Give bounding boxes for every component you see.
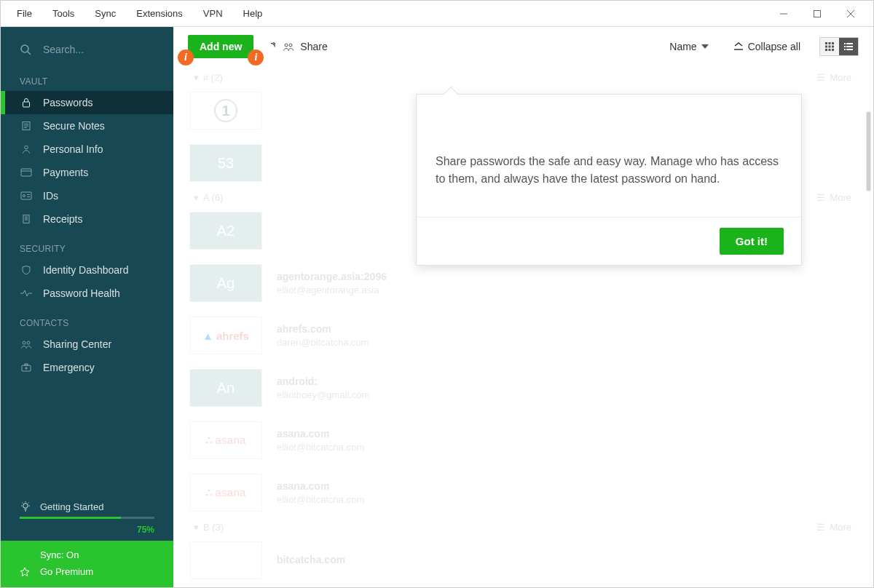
svg-point-11 (25, 146, 28, 149)
entry-meta: ahrefs.com daren@bitcatcha.com (277, 323, 369, 348)
entry-username: elliot@bitcatcha.com (277, 442, 364, 453)
minimize-button[interactable] (767, 1, 800, 27)
info-badge-share[interactable]: i (248, 49, 264, 65)
entry-title: android: (277, 376, 369, 387)
entry-meta: agentorange.asia:2096 elliot@agentorange… (277, 271, 387, 295)
entry-username: daren@bitcatcha.com (277, 337, 369, 348)
password-entry[interactable]: An android: elliotboey@gmail.com (189, 365, 873, 411)
svg-rect-53 (846, 46, 853, 47)
password-entry[interactable]: ∴asana asana.com elliot@bitcatcha.com (189, 469, 873, 516)
search-icon (20, 44, 31, 55)
menu-tools[interactable]: Tools (42, 1, 84, 26)
share-button[interactable]: Share (267, 41, 327, 52)
sidebar-item-ids[interactable]: IDs (1, 184, 173, 207)
sidebar-item-identity-dashboard[interactable]: Identity Dashboard (1, 258, 173, 282)
entry-meta: bitcatcha.com (277, 554, 345, 568)
entry-username: elliotboey@gmail.com (277, 389, 369, 400)
scrollbar[interactable] (862, 111, 873, 577)
sidebar-item-payments[interactable]: Payments (1, 161, 173, 184)
sidebar-item-label: Emergency (43, 362, 95, 373)
more-button[interactable]: ☰More (816, 192, 851, 203)
sync-label: Sync: On (40, 549, 79, 560)
menu-icon: ☰ (816, 192, 825, 203)
entry-meta: asana.com elliot@bitcatcha.com (277, 480, 364, 505)
chevron-down-icon: ▾ (194, 522, 199, 533)
sidebar-item-emergency[interactable]: Emergency (1, 356, 173, 379)
sort-dropdown[interactable]: Name (664, 36, 714, 57)
grid-view-button[interactable] (820, 38, 839, 55)
menu-file[interactable]: File (7, 1, 42, 26)
section-header-vault: VAULT (1, 63, 173, 91)
close-button[interactable] (834, 1, 867, 27)
svg-rect-55 (846, 49, 853, 50)
info-badge-addnew[interactable]: i (178, 49, 194, 65)
password-entry[interactable]: ▲ahrefs ahrefs.com daren@bitcatcha.com (189, 312, 873, 359)
svg-point-38 (289, 44, 292, 47)
sidebar-footer: Sync: On Go Premium (1, 541, 173, 587)
entry-meta: android: elliotboey@gmail.com (277, 376, 369, 400)
got-it-button[interactable]: Got it! (720, 228, 784, 255)
svg-point-4 (21, 45, 28, 52)
sidebar-item-passwords[interactable]: Passwords (1, 91, 173, 114)
svg-rect-51 (846, 43, 853, 44)
menu-vpn[interactable]: VPN (193, 1, 233, 26)
svg-point-28 (23, 504, 28, 509)
more-button[interactable]: ☰More (816, 72, 851, 83)
svg-line-5 (28, 52, 31, 55)
entry-thumb: An (189, 369, 262, 407)
svg-rect-50 (844, 43, 846, 44)
note-icon (20, 121, 33, 131)
svg-rect-25 (25, 364, 28, 365)
svg-rect-48 (829, 49, 831, 51)
chevron-down-icon: ▾ (194, 72, 199, 83)
sidebar: VAULT Passwords Secure Notes Personal In… (1, 27, 173, 587)
tooltip-message: Share passwords the safe and easy way. M… (417, 95, 801, 217)
svg-rect-6 (23, 102, 30, 107)
menu-help[interactable]: Help (233, 1, 273, 26)
sidebar-item-label: Passwords (43, 97, 92, 108)
firstaid-icon (20, 363, 33, 372)
sidebar-item-receipts[interactable]: Receipts (1, 207, 173, 231)
menu-extensions[interactable]: Extensions (126, 1, 193, 26)
sidebar-item-secure-notes[interactable]: Secure Notes (1, 114, 173, 138)
svg-marker-36 (20, 568, 29, 576)
share-label: Share (300, 41, 327, 52)
sidebar-item-sharing-center[interactable]: Sharing Center (1, 333, 173, 356)
entry-username: elliot@bitcatcha.com (277, 494, 364, 505)
sidebar-item-label: Identity Dashboard (43, 264, 129, 276)
section-header[interactable]: ▾B (3) ☰More (173, 516, 873, 537)
svg-rect-54 (844, 49, 846, 50)
svg-rect-49 (832, 49, 834, 51)
getting-started[interactable]: Getting Started 75% (1, 493, 173, 541)
password-entry[interactable]: ∴asana asana.com elliot@bitcatcha.com (189, 417, 873, 464)
entry-thumb: ∴asana (189, 421, 262, 459)
sidebar-item-personal-info[interactable]: Personal Info (1, 138, 173, 161)
password-entry[interactable]: bitcatcha.com (189, 537, 873, 584)
svg-rect-42 (829, 42, 831, 44)
entry-thumb: A2 (189, 212, 262, 250)
sidebar-item-label: Receipts (43, 213, 82, 225)
section-header[interactable]: ▾# (2) ☰More (173, 66, 873, 87)
go-premium[interactable]: Go Premium (20, 563, 154, 580)
search-input[interactable] (42, 43, 172, 56)
shield-icon (20, 265, 33, 275)
sidebar-item-label: Personal Info (43, 143, 103, 155)
sidebar-item-password-health[interactable]: Password Health (1, 282, 173, 305)
list-view-button[interactable] (839, 38, 858, 55)
sync-status[interactable]: Sync: On (20, 547, 154, 563)
more-button[interactable]: ☰More (816, 522, 851, 533)
collapse-all-button[interactable]: Collapse all (728, 36, 806, 57)
svg-line-33 (28, 503, 29, 504)
sidebar-item-label: Payments (43, 167, 88, 178)
maximize-button[interactable] (800, 1, 834, 27)
svg-rect-12 (21, 169, 31, 176)
password-entry[interactable]: Ag agentorange.asia:2096 elliot@agentora… (189, 260, 873, 306)
id-icon (20, 191, 33, 200)
toolbar: Add new i i Share Name Collapse all (173, 27, 873, 66)
menu-sync[interactable]: Sync (84, 1, 126, 26)
star-icon (20, 567, 30, 577)
add-new-button[interactable]: Add new i i (188, 35, 253, 58)
section-label: B (3) (203, 522, 224, 533)
svg-rect-46 (832, 46, 834, 48)
sort-label: Name (669, 41, 696, 52)
